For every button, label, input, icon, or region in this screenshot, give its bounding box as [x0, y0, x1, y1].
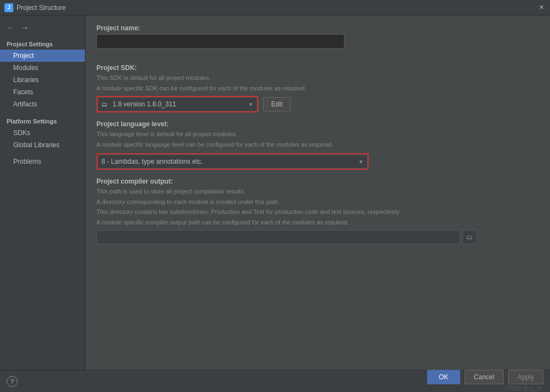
- cancel-button[interactable]: Cancel: [465, 370, 504, 384]
- project-sdk-section: Project SDK: This SDK is default for all…: [96, 64, 539, 112]
- sidebar-item-project[interactable]: Project: [0, 50, 85, 62]
- close-button[interactable]: ✕: [537, 3, 546, 12]
- sdk-icon: 🗂: [101, 101, 107, 108]
- sdk-dropdown[interactable]: 🗂 1.8 version 1.8.0_311 ▼: [98, 97, 257, 111]
- window-title: Project Structure: [17, 4, 537, 12]
- bottom-bar: ? OK Cancel Apply CSDN @zy_ol: [0, 370, 550, 392]
- compiler-output-section: Project compiler output: This path is us…: [96, 178, 539, 244]
- sidebar-item-sdks[interactable]: SDKs: [0, 127, 85, 139]
- project-settings-section: Project Settings: [0, 37, 85, 50]
- language-dropdown[interactable]: 8 - Lambdas, type annotations etc. ▼: [98, 154, 368, 169]
- sdk-edit-button[interactable]: Edit: [263, 97, 291, 111]
- sidebar-item-global-libraries[interactable]: Global Libraries: [0, 139, 85, 151]
- sidebar-item-problems[interactable]: Problems: [0, 155, 85, 168]
- sidebar-item-modules[interactable]: Modules: [0, 62, 85, 74]
- language-dropdown-wrapper: 8 - Lambdas, type annotations etc. ▼: [96, 153, 369, 170]
- back-arrow[interactable]: ←: [4, 22, 17, 33]
- content-panel: Project name: Project SDK: This SDK is d…: [85, 15, 550, 370]
- project-sdk-desc2: A module specific SDK can be configured …: [96, 84, 539, 93]
- sdk-dropdown-arrow: ▼: [248, 101, 254, 108]
- window-controls: ✕: [537, 3, 546, 12]
- title-bar: J Project Structure ✕: [0, 0, 550, 15]
- bottom-actions: OK Cancel Apply: [427, 370, 543, 384]
- compiler-output-row: 🗂: [96, 230, 539, 244]
- language-level-title: Project language level:: [96, 120, 539, 128]
- apply-button[interactable]: Apply: [508, 370, 543, 384]
- language-dropdown-arrow: ▼: [358, 159, 364, 165]
- compiler-output-title: Project compiler output:: [96, 178, 539, 185]
- compiler-path-input[interactable]: [96, 230, 460, 244]
- app-icon: J: [4, 3, 13, 12]
- bottom-footer: OK Cancel Apply CSDN @zy_ol: [427, 370, 543, 392]
- folder-browse-button[interactable]: 🗂: [462, 230, 477, 244]
- nav-back-forward: ← →: [0, 20, 85, 35]
- language-level-desc1: This language level is default for all p…: [96, 130, 539, 139]
- folder-icon: 🗂: [466, 233, 473, 241]
- sdk-dropdown-wrapper: 🗂 1.8 version 1.8.0_311 ▼: [96, 96, 258, 112]
- sidebar-item-facets[interactable]: Facets: [0, 86, 85, 98]
- project-name-label: Project name:: [96, 24, 539, 32]
- help-button[interactable]: ?: [7, 376, 18, 387]
- compiler-output-desc2: A directory corresponding to each module…: [96, 197, 539, 207]
- project-sdk-desc1: This SDK is default for all project modu…: [96, 73, 539, 83]
- watermark: CSDN @zy_ol: [503, 384, 543, 392]
- sidebar-item-libraries[interactable]: Libraries: [0, 74, 85, 86]
- sidebar: ← → Project Settings Project Modules Lib…: [0, 15, 85, 370]
- compiler-output-desc3: This directory contains two subdirectori…: [96, 207, 539, 217]
- sidebar-item-artifacts[interactable]: Artifacts: [0, 98, 85, 110]
- platform-settings-section: Platform Settings: [0, 115, 85, 127]
- sdk-value: 1.8 version 1.8.0_311: [112, 100, 176, 108]
- language-level-desc2: A module specific language level can be …: [96, 140, 539, 149]
- forward-arrow[interactable]: →: [19, 22, 31, 33]
- sdk-row: 🗂 1.8 version 1.8.0_311 ▼ Edit: [96, 96, 539, 112]
- language-level-section: Project language level: This language le…: [96, 120, 539, 170]
- ok-button[interactable]: OK: [427, 370, 460, 384]
- project-name-input[interactable]: [96, 34, 344, 49]
- project-name-section: Project name:: [96, 24, 539, 56]
- compiler-output-desc4: A module specific compiler output path c…: [96, 218, 539, 227]
- project-sdk-title: Project SDK:: [96, 64, 539, 72]
- language-level-value: 8 - Lambdas, type annotations etc.: [101, 158, 203, 165]
- main-content: ← → Project Settings Project Modules Lib…: [0, 15, 550, 370]
- compiler-output-desc1: This path is used to store all project c…: [96, 187, 539, 196]
